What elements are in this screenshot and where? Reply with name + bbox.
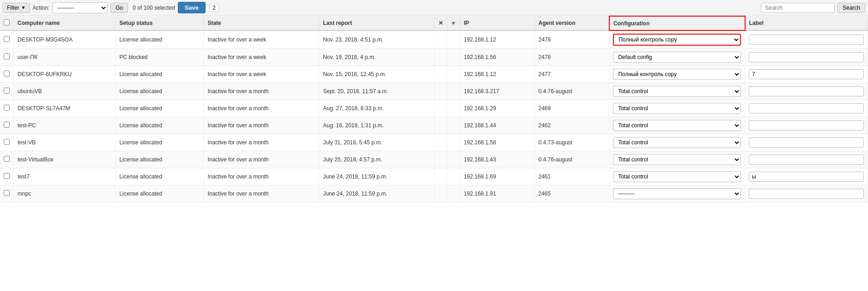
label-input[interactable] bbox=[749, 86, 864, 96]
save-button[interactable]: Save bbox=[178, 2, 206, 13]
table-row: DESKTOP-M3G4SOALicense allocatedInactive… bbox=[0, 30, 868, 49]
computer-name: DESKTOP-6UFKRKU bbox=[14, 66, 115, 83]
row-checkbox[interactable] bbox=[4, 105, 10, 111]
label-input[interactable] bbox=[749, 103, 864, 113]
configuration-dropdown[interactable]: Полный контроль соруDefault configTotal … bbox=[613, 52, 741, 63]
last-report: June 24, 2018, 11:59 p.m. bbox=[319, 168, 435, 185]
configuration-dropdown[interactable]: Полный контроль соруDefault configTotal … bbox=[613, 103, 741, 114]
configuration-dropdown[interactable]: Полный контроль соруDefault configTotal … bbox=[613, 69, 741, 80]
sort-cell bbox=[447, 66, 460, 83]
state: Inactive for over a month bbox=[204, 83, 319, 100]
filter-button[interactable]: Filter ▼ bbox=[3, 3, 30, 13]
row-checkbox-cell bbox=[0, 83, 14, 100]
table-row: user-ПКPC blockedInactive for over a wee… bbox=[0, 49, 868, 66]
search-input[interactable] bbox=[761, 3, 835, 13]
row-checkbox-cell bbox=[0, 100, 14, 117]
sort-cell bbox=[447, 134, 460, 151]
ip-address: 192.168.1.58 bbox=[460, 134, 534, 151]
computer-name: test-VirtualBox bbox=[14, 151, 115, 168]
computer-name: mnpc bbox=[14, 185, 115, 202]
label-input[interactable] bbox=[749, 137, 864, 148]
label-input[interactable] bbox=[749, 69, 864, 79]
last-report: Sept. 20, 2018, 11:57 a.m. bbox=[319, 83, 435, 100]
sort-cell bbox=[447, 83, 460, 100]
action-select[interactable]: --------- bbox=[52, 2, 108, 13]
select-all-checkbox[interactable] bbox=[4, 19, 10, 25]
row-checkbox[interactable] bbox=[4, 88, 10, 94]
agent-version: 0.4.73-august bbox=[534, 134, 609, 151]
state: Inactive for over a month bbox=[204, 134, 319, 151]
header-x[interactable]: ✕ bbox=[434, 16, 447, 30]
x-cell bbox=[434, 185, 447, 202]
label-input[interactable] bbox=[749, 172, 864, 182]
row-checkbox-cell bbox=[0, 66, 14, 83]
computer-name: user-ПК bbox=[14, 49, 115, 66]
x-cell bbox=[434, 134, 447, 151]
table-row: DESKTOP-6UFKRKULicense allocatedInactive… bbox=[0, 66, 868, 83]
state: Inactive for over a month bbox=[204, 151, 319, 168]
row-checkbox[interactable] bbox=[4, 53, 10, 59]
label-cell bbox=[745, 117, 868, 134]
state: Inactive for over a week bbox=[204, 66, 319, 83]
label-input[interactable] bbox=[749, 52, 864, 62]
toolbar: Filter ▼ Action: --------- Go 0 of 100 s… bbox=[0, 0, 868, 16]
row-checkbox[interactable] bbox=[4, 156, 10, 162]
ip-address: 192.168.1.29 bbox=[460, 100, 534, 117]
label-input[interactable] bbox=[749, 189, 864, 199]
sort-cell bbox=[447, 117, 460, 134]
row-checkbox[interactable] bbox=[4, 190, 10, 196]
last-report: Nov. 19, 2018, 4 p.m. bbox=[319, 49, 435, 66]
table-body: DESKTOP-M3G4SOALicense allocatedInactive… bbox=[0, 30, 868, 202]
filter-caret-icon: ▼ bbox=[21, 5, 26, 10]
computer-name: test7 bbox=[14, 168, 115, 185]
setup-status: License allocated bbox=[115, 117, 204, 134]
search-button[interactable]: Search bbox=[838, 3, 865, 13]
x-cell bbox=[434, 168, 447, 185]
configuration-dropdown[interactable]: Полный контроль соруDefault configTotal … bbox=[613, 188, 741, 199]
configuration-cell: Полный контроль соруDefault configTotal … bbox=[609, 134, 745, 151]
selected-count: 0 of 100 selected bbox=[133, 5, 175, 11]
ip-address: 192.168.1.43 bbox=[460, 151, 534, 168]
badge-number: 2 bbox=[209, 4, 219, 12]
x-cell bbox=[434, 30, 447, 49]
row-checkbox[interactable] bbox=[4, 173, 10, 179]
label-input[interactable] bbox=[749, 35, 864, 45]
configuration-dropdown[interactable]: Полный контроль соруDefault configTotal … bbox=[613, 171, 741, 182]
state: Inactive for over a month bbox=[204, 100, 319, 117]
row-checkbox[interactable] bbox=[4, 139, 10, 145]
agent-version: 2465 bbox=[534, 185, 609, 202]
label-cell bbox=[745, 100, 868, 117]
agent-version: 2461 bbox=[534, 168, 609, 185]
header-sort-icon[interactable]: ▼ bbox=[447, 16, 460, 30]
configuration-dropdown[interactable]: Полный контроль соруDefault configTotal … bbox=[613, 34, 741, 46]
row-checkbox[interactable] bbox=[4, 36, 10, 42]
configuration-dropdown[interactable]: Полный контроль соруDefault configTotal … bbox=[613, 154, 741, 165]
setup-status: License allocated bbox=[115, 134, 204, 151]
last-report: July 31, 2018, 5:45 p.m. bbox=[319, 134, 435, 151]
sort-cell bbox=[447, 100, 460, 117]
x-cell bbox=[434, 66, 447, 83]
label-cell bbox=[745, 49, 868, 66]
header-ip: IP bbox=[460, 16, 534, 30]
configuration-dropdown[interactable]: Полный контроль соруDefault configTotal … bbox=[613, 120, 741, 131]
agent-version: 2462 bbox=[534, 117, 609, 134]
go-button[interactable]: Go bbox=[110, 3, 128, 13]
configuration-cell: Полный контроль соруDefault configTotal … bbox=[609, 117, 745, 134]
label-cell bbox=[745, 151, 868, 168]
configuration-dropdown[interactable]: Полный контроль соруDefault configTotal … bbox=[613, 86, 741, 97]
sort-cell bbox=[447, 151, 460, 168]
row-checkbox[interactable] bbox=[4, 122, 10, 128]
configuration-cell: Полный контроль соруDefault configTotal … bbox=[609, 185, 745, 202]
last-report: Nov. 23, 2018, 4:51 p.m. bbox=[319, 30, 435, 49]
setup-status: License allocated bbox=[115, 185, 204, 202]
configuration-dropdown[interactable]: Полный контроль соруDefault configTotal … bbox=[613, 137, 741, 148]
label-cell bbox=[745, 83, 868, 100]
label-input[interactable] bbox=[749, 120, 864, 131]
label-input[interactable] bbox=[749, 154, 864, 165]
configuration-cell: Полный контроль соруDefault configTotal … bbox=[609, 66, 745, 83]
table-wrapper: Computer name Setup status State Last re… bbox=[0, 16, 868, 202]
configuration-cell: Полный контроль соруDefault configTotal … bbox=[609, 30, 745, 49]
row-checkbox[interactable] bbox=[4, 71, 10, 77]
agent-version: 2478 bbox=[534, 30, 609, 49]
state: Inactive for over a month bbox=[204, 117, 319, 134]
